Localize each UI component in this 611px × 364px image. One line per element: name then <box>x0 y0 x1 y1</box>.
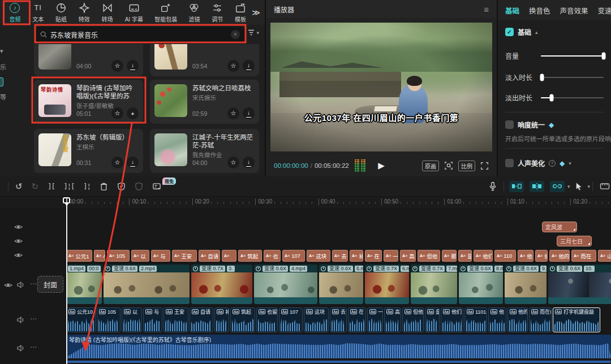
audio-clip[interactable]: Aa是 <box>425 307 440 332</box>
track-visibility-eye-icon[interactable] <box>14 252 23 258</box>
chevron-down-icon[interactable]: ▾ <box>567 184 570 189</box>
subtitle-clip[interactable]: A≡105 <box>107 250 130 262</box>
audio-clip-selected[interactable]: Aa打字机键盘敲 <box>553 307 600 332</box>
search-input[interactable]: 苏东坡背景音乐 × <box>36 27 244 42</box>
voice-beautify-checkbox[interactable] <box>505 159 514 167</box>
timeline-options-icon[interactable] <box>600 182 610 190</box>
video-clip[interactable]: 变速 0.6X10. <box>548 265 611 304</box>
original-quality-button[interactable]: 原画 <box>422 161 439 171</box>
music-card-selected[interactable]: 琴韵诗情 琴韵诗情 (古琴加吟唱版)(《古琴里的苏轼》... 张子盛/晏敏敏 0… <box>34 80 143 124</box>
download-icon[interactable]: ↓ <box>243 157 255 168</box>
favorite-star-icon[interactable]: ☆ <box>227 107 239 119</box>
audio-clip[interactable]: Aa高 <box>384 307 401 332</box>
video-clip[interactable]: 变速 0.6X2.mp4 <box>104 265 190 304</box>
video-clip[interactable]: 变速 0.6X9.mp4 <box>505 265 547 304</box>
help-icon[interactable]: ? <box>549 160 556 167</box>
tab-smart-package[interactable]: 智能包装 <box>149 2 183 23</box>
subtitle-clip[interactable]: A≡他 <box>518 250 533 262</box>
download-icon[interactable]: ↓ <box>127 60 139 72</box>
favorite-star-icon[interactable]: ☆ <box>111 107 123 119</box>
tab-text[interactable]: TI 文本 <box>27 2 50 23</box>
subtitle-clip[interactable]: A≡A <box>94 250 105 262</box>
subtitle-clip[interactable]: A≡107 <box>282 250 305 262</box>
audio-clip[interactable]: Aa107 <box>279 307 303 332</box>
split-right-icon[interactable]: ]¦ <box>83 183 90 190</box>
search-clear-icon[interactable]: × <box>231 30 240 39</box>
download-icon[interactable]: ↓ <box>243 60 255 72</box>
favorite-star-icon[interactable]: ☆ <box>227 157 239 168</box>
subtitle-clip[interactable]: A≡去 <box>332 250 348 262</box>
video-clip[interactable]: 变速 0.7X3. <box>191 265 252 304</box>
chevron-down-icon[interactable]: ▾ <box>587 184 590 189</box>
subtitle-clip[interactable]: A≡以 <box>131 250 149 262</box>
favorite-star-icon[interactable]: ☆ <box>227 60 239 72</box>
volume-slider[interactable] <box>541 55 604 57</box>
cover-button[interactable]: 封面 <box>37 276 63 293</box>
tab-basic[interactable]: 基础 <box>505 5 519 16</box>
select-cursor-icon[interactable] <box>574 182 583 191</box>
fade-out-slider[interactable] <box>541 97 604 98</box>
subtitle-clip[interactable]: A≡们 <box>535 250 548 262</box>
subtitle-clip[interactable]: A≡他们 <box>474 250 493 262</box>
tab-effects[interactable]: 特效 <box>72 2 96 23</box>
audio-clip[interactable]: Aa筑起 <box>230 307 255 332</box>
player-menu-icon[interactable]: ≡ <box>484 5 489 14</box>
tab-transitions[interactable]: 转场 <box>96 2 119 23</box>
video-clip[interactable]: 变速 0.6X5.mp4 <box>319 265 363 304</box>
download-icon[interactable]: ↓ <box>127 157 139 168</box>
favorite-star-icon[interactable]: ☆ <box>111 157 123 168</box>
audio-clip[interactable]: Aa补 <box>214 307 229 332</box>
text-clip[interactable]: 三月七日 <box>557 236 592 246</box>
link-clips-button[interactable] <box>550 181 565 192</box>
subtitle-clip[interactable]: A≡也 <box>264 250 281 262</box>
subtitle-clip[interactable]: A≡那 <box>442 250 457 262</box>
favorite-star-icon[interactable]: ☆ <box>111 60 123 72</box>
filter-button[interactable]: ▾ <box>247 29 259 36</box>
playhead-handle[interactable] <box>63 197 70 203</box>
track-visibility-eye-icon[interactable] <box>14 224 23 230</box>
loudness-checkbox[interactable] <box>505 120 514 129</box>
subtitle-clip[interactable]: A≡一 <box>384 250 398 262</box>
audio-clip[interactable]: Aa他的 <box>507 307 528 332</box>
tab-filters[interactable]: 滤镜 <box>183 2 206 23</box>
audio-clip[interactable]: Aa他们 <box>441 307 463 332</box>
record-mic-icon[interactable] <box>489 181 497 191</box>
audio-clip[interactable]: Aa以 <box>122 307 142 332</box>
shield-icon[interactable] <box>135 182 143 191</box>
subtitle-clip[interactable]: A≡这块 <box>307 250 330 262</box>
tab-ai-captions[interactable]: AI 字幕 <box>119 2 149 23</box>
subtitle-clip[interactable]: A≡ <box>222 250 236 262</box>
music-card[interactable]: 苏轼交响之日啖荔枝 宋氏娱乐 02:59 ☆ ↓ <box>150 80 259 124</box>
audio-clip[interactable]: Aa王安 <box>163 307 188 332</box>
audio-clip[interactable]: Aa105 <box>97 307 121 332</box>
subtitle-clip[interactable]: A≡公元1 <box>66 250 92 262</box>
subtitle-clip[interactable]: A≡但他 <box>418 250 440 262</box>
chevron-down-icon[interactable]: ▾ <box>569 161 571 166</box>
audio-clip[interactable]: Aa去 <box>330 307 347 332</box>
tab-voice-change[interactable]: 换音色 <box>529 5 550 16</box>
audio-clip[interactable]: Aa一 <box>367 307 383 332</box>
audio-clip[interactable]: Aa与 <box>143 307 162 332</box>
undo-icon[interactable]: ↺ <box>15 181 23 192</box>
preview-snapshot-icon[interactable] <box>444 161 453 170</box>
fade-in-slider[interactable] <box>541 77 604 78</box>
tab-adjust[interactable]: 调节 <box>206 2 229 23</box>
subtitle-clip[interactable]: A≡与 <box>151 250 170 262</box>
audio-clip[interactable]: Aa在 <box>348 307 366 332</box>
smart-tool-icon[interactable] <box>152 182 161 191</box>
play-button[interactable]: ▶ <box>378 161 385 171</box>
aspect-ratio-button[interactable]: 比例 <box>458 161 475 171</box>
audio-clip[interactable]: Aa而在山 <box>529 307 552 332</box>
track-visibility-eye-icon[interactable] <box>14 238 23 244</box>
track-more-options-icon[interactable]: ⋯ <box>30 280 37 288</box>
video-clip[interactable]: 变速 0.6X8.mp4 <box>459 265 503 304</box>
collapsed-audio-strip[interactable] <box>66 361 611 363</box>
subtitle-clip[interactable]: A≡他的 <box>549 250 570 262</box>
tab-sound-effects[interactable]: 声音效果 <box>560 5 588 16</box>
auto-cut-button[interactable] <box>530 181 544 192</box>
video-clip[interactable]: 变速 0.7X6.mp4 <box>365 265 409 304</box>
subtitle-clip[interactable]: A≡在 <box>365 250 382 262</box>
tab-audio[interactable]: ♪ 音频 <box>3 2 27 23</box>
playhead-line[interactable] <box>66 197 67 364</box>
track-more-options-icon[interactable]: ⋯ <box>30 315 37 323</box>
